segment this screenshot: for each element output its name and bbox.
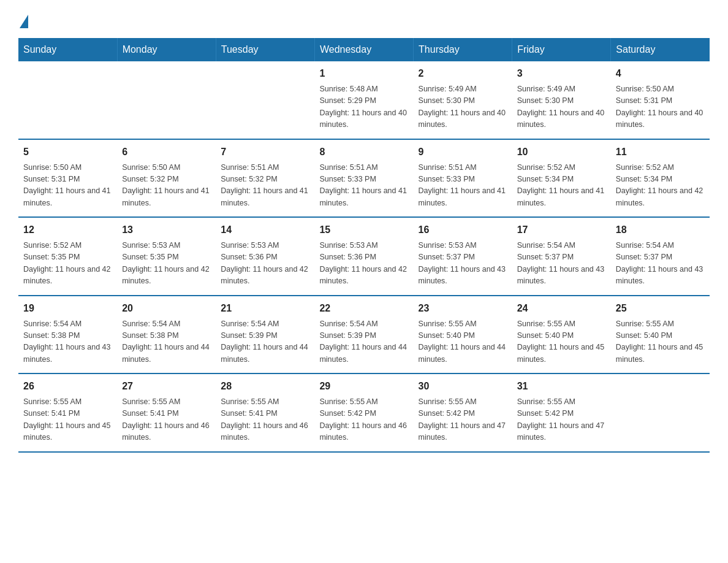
calendar-cell: 13Sunrise: 5:53 AM Sunset: 5:35 PM Dayli… [117, 217, 216, 296]
calendar-cell [117, 61, 216, 139]
calendar-cell: 27Sunrise: 5:55 AM Sunset: 5:41 PM Dayli… [117, 373, 216, 452]
day-info: Sunrise: 5:54 AM Sunset: 5:39 PM Dayligh… [221, 318, 309, 366]
calendar-table: SundayMondayTuesdayWednesdayThursdayFrid… [18, 38, 710, 453]
day-number: 9 [419, 145, 507, 159]
weekday-header-monday: Monday [117, 38, 216, 61]
day-number: 23 [419, 301, 507, 316]
day-info: Sunrise: 5:49 AM Sunset: 5:30 PM Dayligh… [517, 83, 606, 131]
day-number: 4 [616, 66, 705, 81]
day-number: 29 [319, 379, 408, 394]
day-info: Sunrise: 5:55 AM Sunset: 5:42 PM Dayligh… [419, 396, 507, 444]
day-info: Sunrise: 5:52 AM Sunset: 5:35 PM Dayligh… [23, 240, 112, 288]
weekday-header-friday: Friday [512, 38, 611, 61]
calendar-week-row: 26Sunrise: 5:55 AM Sunset: 5:41 PM Dayli… [18, 373, 710, 452]
calendar-cell: 28Sunrise: 5:55 AM Sunset: 5:41 PM Dayli… [216, 373, 314, 452]
calendar-cell: 26Sunrise: 5:55 AM Sunset: 5:41 PM Dayli… [18, 373, 117, 452]
calendar-cell: 5Sunrise: 5:50 AM Sunset: 5:31 PM Daylig… [18, 139, 117, 218]
weekday-header-sunday: Sunday [18, 38, 117, 61]
day-number: 10 [517, 145, 606, 159]
day-number: 24 [517, 301, 606, 316]
calendar-week-row: 5Sunrise: 5:50 AM Sunset: 5:31 PM Daylig… [18, 139, 710, 218]
day-number: 12 [23, 223, 112, 237]
calendar-cell: 3Sunrise: 5:49 AM Sunset: 5:30 PM Daylig… [512, 61, 611, 139]
day-info: Sunrise: 5:53 AM Sunset: 5:37 PM Dayligh… [419, 240, 507, 288]
calendar-cell: 8Sunrise: 5:51 AM Sunset: 5:33 PM Daylig… [314, 139, 413, 218]
day-info: Sunrise: 5:55 AM Sunset: 5:40 PM Dayligh… [616, 318, 705, 366]
day-info: Sunrise: 5:51 AM Sunset: 5:32 PM Dayligh… [221, 162, 309, 210]
day-info: Sunrise: 5:54 AM Sunset: 5:38 PM Dayligh… [122, 318, 211, 366]
day-info: Sunrise: 5:53 AM Sunset: 5:36 PM Dayligh… [221, 240, 309, 288]
day-number: 7 [221, 145, 309, 159]
day-info: Sunrise: 5:55 AM Sunset: 5:41 PM Dayligh… [122, 396, 211, 444]
day-info: Sunrise: 5:55 AM Sunset: 5:40 PM Dayligh… [517, 318, 606, 366]
day-info: Sunrise: 5:52 AM Sunset: 5:34 PM Dayligh… [616, 162, 705, 210]
day-info: Sunrise: 5:53 AM Sunset: 5:36 PM Dayligh… [319, 240, 408, 288]
day-number: 30 [419, 379, 507, 394]
weekday-header-saturday: Saturday [611, 38, 710, 61]
day-info: Sunrise: 5:50 AM Sunset: 5:32 PM Dayligh… [122, 162, 211, 210]
calendar-cell: 18Sunrise: 5:54 AM Sunset: 5:37 PM Dayli… [611, 217, 710, 296]
calendar-cell: 20Sunrise: 5:54 AM Sunset: 5:38 PM Dayli… [117, 296, 216, 374]
calendar-cell: 24Sunrise: 5:55 AM Sunset: 5:40 PM Dayli… [512, 296, 611, 374]
calendar-cell: 9Sunrise: 5:51 AM Sunset: 5:33 PM Daylig… [414, 139, 512, 218]
calendar-cell: 4Sunrise: 5:50 AM Sunset: 5:31 PM Daylig… [611, 61, 710, 139]
day-number: 27 [122, 379, 211, 394]
calendar-week-row: 12Sunrise: 5:52 AM Sunset: 5:35 PM Dayli… [18, 217, 710, 296]
day-number: 14 [221, 223, 309, 237]
day-number: 5 [23, 145, 112, 159]
day-info: Sunrise: 5:51 AM Sunset: 5:33 PM Dayligh… [319, 162, 408, 210]
day-number: 3 [517, 66, 606, 81]
calendar-cell [18, 61, 117, 139]
day-number: 28 [221, 379, 309, 394]
day-info: Sunrise: 5:51 AM Sunset: 5:33 PM Dayligh… [419, 162, 507, 210]
day-info: Sunrise: 5:54 AM Sunset: 5:37 PM Dayligh… [517, 240, 606, 288]
day-info: Sunrise: 5:55 AM Sunset: 5:40 PM Dayligh… [419, 318, 507, 366]
calendar-cell: 1Sunrise: 5:48 AM Sunset: 5:29 PM Daylig… [314, 61, 413, 139]
day-number: 16 [419, 223, 507, 237]
day-info: Sunrise: 5:55 AM Sunset: 5:42 PM Dayligh… [319, 396, 408, 444]
day-number: 21 [221, 301, 309, 316]
day-info: Sunrise: 5:54 AM Sunset: 5:37 PM Dayligh… [616, 240, 705, 288]
calendar-cell [611, 373, 710, 452]
day-info: Sunrise: 5:50 AM Sunset: 5:31 PM Dayligh… [23, 162, 112, 210]
calendar-cell: 12Sunrise: 5:52 AM Sunset: 5:35 PM Dayli… [18, 217, 117, 296]
day-number: 15 [319, 223, 408, 237]
weekday-header-row: SundayMondayTuesdayWednesdayThursdayFrid… [18, 38, 710, 61]
calendar-cell: 31Sunrise: 5:55 AM Sunset: 5:42 PM Dayli… [512, 373, 611, 452]
weekday-header-thursday: Thursday [414, 38, 512, 61]
day-number: 31 [517, 379, 606, 394]
day-number: 1 [319, 66, 408, 81]
calendar-cell: 22Sunrise: 5:54 AM Sunset: 5:39 PM Dayli… [314, 296, 413, 374]
calendar-cell: 10Sunrise: 5:52 AM Sunset: 5:34 PM Dayli… [512, 139, 611, 218]
day-info: Sunrise: 5:53 AM Sunset: 5:35 PM Dayligh… [122, 240, 211, 288]
day-number: 20 [122, 301, 211, 316]
calendar-cell [216, 61, 314, 139]
calendar-week-row: 19Sunrise: 5:54 AM Sunset: 5:38 PM Dayli… [18, 296, 710, 374]
calendar-cell: 21Sunrise: 5:54 AM Sunset: 5:39 PM Dayli… [216, 296, 314, 374]
calendar-cell: 11Sunrise: 5:52 AM Sunset: 5:34 PM Dayli… [611, 139, 710, 218]
day-info: Sunrise: 5:55 AM Sunset: 5:41 PM Dayligh… [23, 396, 112, 444]
day-number: 13 [122, 223, 211, 237]
day-number: 17 [517, 223, 606, 237]
calendar-cell: 17Sunrise: 5:54 AM Sunset: 5:37 PM Dayli… [512, 217, 611, 296]
calendar-cell: 7Sunrise: 5:51 AM Sunset: 5:32 PM Daylig… [216, 139, 314, 218]
day-number: 2 [419, 66, 507, 81]
calendar-cell: 2Sunrise: 5:49 AM Sunset: 5:30 PM Daylig… [414, 61, 512, 139]
calendar-cell: 16Sunrise: 5:53 AM Sunset: 5:37 PM Dayli… [414, 217, 512, 296]
calendar-cell: 15Sunrise: 5:53 AM Sunset: 5:36 PM Dayli… [314, 217, 413, 296]
weekday-header-wednesday: Wednesday [314, 38, 413, 61]
calendar-cell: 25Sunrise: 5:55 AM Sunset: 5:40 PM Dayli… [611, 296, 710, 374]
calendar-cell: 29Sunrise: 5:55 AM Sunset: 5:42 PM Dayli… [314, 373, 413, 452]
day-number: 8 [319, 145, 408, 159]
day-number: 6 [122, 145, 211, 159]
logo-triangle-icon [20, 15, 28, 28]
day-number: 25 [616, 301, 705, 316]
day-info: Sunrise: 5:54 AM Sunset: 5:38 PM Dayligh… [23, 318, 112, 366]
day-info: Sunrise: 5:48 AM Sunset: 5:29 PM Dayligh… [319, 83, 408, 131]
weekday-header-tuesday: Tuesday [216, 38, 314, 61]
day-number: 26 [23, 379, 112, 394]
calendar-cell: 23Sunrise: 5:55 AM Sunset: 5:40 PM Dayli… [414, 296, 512, 374]
calendar-week-row: 1Sunrise: 5:48 AM Sunset: 5:29 PM Daylig… [18, 61, 710, 139]
day-number: 22 [319, 301, 408, 316]
calendar-cell: 19Sunrise: 5:54 AM Sunset: 5:38 PM Dayli… [18, 296, 117, 374]
